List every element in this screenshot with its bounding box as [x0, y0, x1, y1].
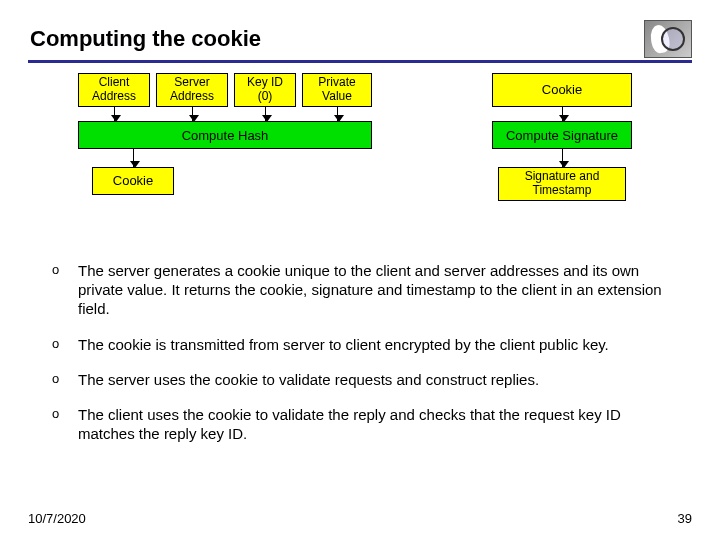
box-compute-signature: Compute Signature [492, 121, 632, 149]
box-cookie-input: Cookie [492, 73, 632, 107]
footer-date: 10/7/2020 [28, 511, 86, 526]
header: Computing the cookie [28, 20, 692, 63]
arrow-down-icon [265, 107, 266, 121]
arrow-down-icon [562, 107, 563, 121]
bullet-list: The server generates a cookie unique to … [52, 261, 680, 443]
box-compute-hash: Compute Hash [78, 121, 372, 149]
rabbit-clock-icon [644, 20, 692, 58]
footer-page: 39 [678, 511, 692, 526]
arrow-down-icon [562, 149, 563, 167]
box-key-id: Key ID (0) [234, 73, 296, 107]
arrow-down-icon [192, 107, 193, 121]
arrow-down-icon [337, 107, 338, 121]
list-item: The cookie is transmitted from server to… [52, 335, 680, 354]
box-server-address: Server Address [156, 73, 228, 107]
page-title: Computing the cookie [28, 26, 644, 52]
footer: 10/7/2020 39 [28, 511, 692, 526]
box-client-address: Client Address [78, 73, 150, 107]
box-private-value: Private Value [302, 73, 372, 107]
box-signature-timestamp: Signature and Timestamp [498, 167, 626, 201]
arrow-down-icon [133, 149, 134, 167]
box-cookie-output: Cookie [92, 167, 174, 195]
arrow-down-icon [114, 107, 115, 121]
list-item: The client uses the cookie to validate t… [52, 405, 680, 443]
list-item: The server generates a cookie unique to … [52, 261, 680, 319]
flow-diagram: Client Address Server Address Key ID (0)… [78, 73, 662, 243]
list-item: The server uses the cookie to validate r… [52, 370, 680, 389]
